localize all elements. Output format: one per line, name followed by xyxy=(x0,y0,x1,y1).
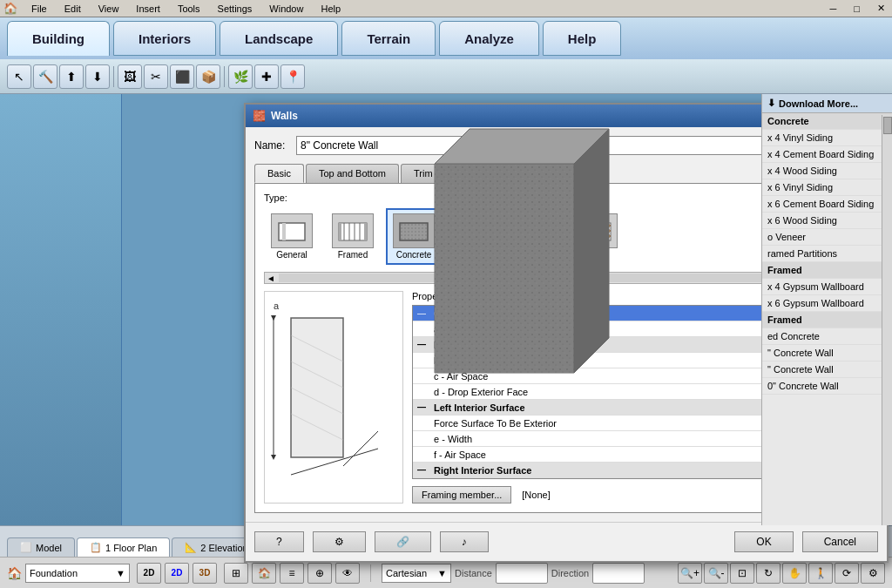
list-item-2[interactable]: x 4 Cement Board Siding xyxy=(762,146,892,163)
tab-landscape[interactable]: Landscape xyxy=(220,21,338,56)
zoom-out-button[interactable]: 🔍- xyxy=(704,563,728,584)
refresh-button[interactable]: ⟳ xyxy=(835,563,859,584)
toolbar-square[interactable]: ⬛ xyxy=(170,64,194,89)
list-item-9[interactable]: x 4 Gypsum Wallboard xyxy=(762,279,892,295)
svg-rect-2 xyxy=(339,223,367,240)
list-item-12[interactable]: " Concrete Wall xyxy=(762,345,892,362)
list-item-concrete-category[interactable]: Concrete xyxy=(762,113,892,130)
left-panel xyxy=(0,94,122,525)
toolbar-plant[interactable]: 🌿 xyxy=(228,64,253,89)
main-area: 🧱 Walls ✕ Name: Autoname ... Basic Top a… xyxy=(0,94,892,525)
floor-plan-icon-status: 🏠 xyxy=(7,566,22,580)
menu-help[interactable]: Help xyxy=(317,2,344,16)
help-button[interactable]: ? xyxy=(254,531,304,552)
rotate-button[interactable]: ↻ xyxy=(756,563,780,584)
direction-label: Direction xyxy=(551,568,589,578)
grid-button[interactable]: ⊞ xyxy=(224,563,248,584)
toolbar-up[interactable]: ⬆ xyxy=(59,64,84,89)
framing-member-button[interactable]: Framing member... xyxy=(412,486,511,504)
svg-rect-30 xyxy=(291,318,343,457)
list-item-framed2-category[interactable]: Framed xyxy=(762,312,892,328)
menu-window[interactable]: Window xyxy=(266,2,307,16)
list-item-7[interactable]: o Veneer xyxy=(762,229,892,246)
layers-button[interactable]: ≡ xyxy=(280,563,304,584)
distance-label: Distance xyxy=(455,568,492,578)
svg-rect-1 xyxy=(282,223,286,240)
snap-button[interactable]: ⊕ xyxy=(307,563,332,584)
tab-terrain[interactable]: Terrain xyxy=(341,21,436,56)
right-panel-header: ⬇ Download More... xyxy=(762,94,892,113)
window-close[interactable]: ✕ xyxy=(874,3,889,14)
list-item-3[interactable]: x 4 Wood Siding xyxy=(762,163,892,179)
general-label: General xyxy=(276,250,307,260)
eye-button[interactable]: 👁 xyxy=(335,563,360,584)
menu-tools[interactable]: Tools xyxy=(174,2,204,16)
type-framed[interactable]: Framed xyxy=(325,208,381,265)
separator2 xyxy=(224,66,225,87)
toolbar-package[interactable]: 📦 xyxy=(196,64,220,89)
dropdown-arrow: ▼ xyxy=(116,568,125,578)
menu-settings[interactable]: Settings xyxy=(214,2,256,16)
svg-rect-8 xyxy=(364,223,367,240)
menu-file[interactable]: File xyxy=(28,2,51,16)
list-item-6[interactable]: x 6 Wood Siding xyxy=(762,213,892,229)
tab-analyze[interactable]: Analyze xyxy=(439,21,539,56)
person-button[interactable]: 🚶 xyxy=(808,563,833,584)
right-scrollbar[interactable] xyxy=(882,115,892,525)
ok-button[interactable]: OK xyxy=(734,531,793,552)
toolbar-pin[interactable]: 📍 xyxy=(280,64,305,89)
link-button[interactable]: 🔗 xyxy=(375,531,431,552)
list-item-framed-category[interactable]: Framed xyxy=(762,262,892,279)
list-item-8[interactable]: ramed Partitions xyxy=(762,246,892,262)
list-item-10[interactable]: x 6 Gypsum Wallboard xyxy=(762,295,892,312)
direction-field[interactable] xyxy=(592,563,645,584)
coordinate-section: Cartesian ▼ Distance Direction xyxy=(382,563,645,584)
menu-insert[interactable]: Insert xyxy=(132,2,164,16)
toolbar-add[interactable]: ✚ xyxy=(254,64,279,89)
right-panel-list: Concrete x 4 Vinyl Siding x 4 Cement Boa… xyxy=(762,113,892,525)
tab-basic[interactable]: Basic xyxy=(254,164,304,183)
home-button[interactable]: 🏠 xyxy=(252,563,276,584)
right-tools: 🔍+ 🔍- ⊡ ↻ ✋ 🚶 ⟳ ⚙ xyxy=(678,563,885,584)
toolbar-image[interactable]: 🖼 xyxy=(118,64,142,89)
status-sep1 xyxy=(370,564,371,582)
cartesian-arrow: ▼ xyxy=(437,568,447,578)
settings2-button[interactable]: ⚙ xyxy=(861,563,885,584)
tab-interiors[interactable]: Interiors xyxy=(113,21,216,56)
type-general[interactable]: General xyxy=(264,208,320,265)
toolbar-cut[interactable]: ✂ xyxy=(144,64,168,89)
window-minimize[interactable]: ─ xyxy=(827,3,841,14)
list-item-13[interactable]: " Concrete Wall xyxy=(762,362,892,378)
hand-button[interactable]: ✋ xyxy=(782,563,807,584)
tab-floor-plan[interactable]: 📋 1 Floor Plan xyxy=(77,537,170,557)
dialog-buttons: ? ⚙ 🔗 ♪ OK Cancel xyxy=(246,522,887,561)
foundation-dropdown[interactable]: Foundation ▼ xyxy=(25,564,130,583)
cartesian-dropdown[interactable]: Cartesian ▼ xyxy=(382,564,451,583)
general-icon xyxy=(271,213,313,248)
fit-button[interactable]: ⊡ xyxy=(730,563,754,584)
list-item-11[interactable]: ed Concrete xyxy=(762,328,892,345)
toolbar-down[interactable]: ⬇ xyxy=(85,64,110,89)
center-area: 🧱 Walls ✕ Name: Autoname ... Basic Top a… xyxy=(122,94,761,525)
menu-edit[interactable]: Edit xyxy=(61,2,84,16)
view-2d-alt-button[interactable]: 2D xyxy=(165,563,189,584)
distance-field[interactable] xyxy=(496,563,548,584)
tab-model[interactable]: ⬜ Model xyxy=(7,537,75,557)
tab-help[interactable]: Help xyxy=(543,21,622,56)
separator xyxy=(113,66,114,87)
cancel-button[interactable]: Cancel xyxy=(802,531,878,552)
music-button[interactable]: ♪ xyxy=(440,531,489,552)
toolbar-select[interactable]: ↖ xyxy=(7,64,31,89)
list-item-4[interactable]: x 6 Vinyl Siding xyxy=(762,179,892,196)
toolbar-build[interactable]: 🔨 xyxy=(33,64,57,89)
list-item-5[interactable]: x 6 Cement Board Siding xyxy=(762,196,892,213)
zoom-in-button[interactable]: 🔍+ xyxy=(678,563,702,584)
view-2d-button[interactable]: 2D xyxy=(137,563,161,584)
window-maximize[interactable]: □ xyxy=(850,3,863,14)
menu-view[interactable]: View xyxy=(95,2,123,16)
list-item-14[interactable]: 0" Concrete Wall xyxy=(762,378,892,395)
list-item-1[interactable]: x 4 Vinyl Siding xyxy=(762,130,892,146)
view-3d-button[interactable]: 3D xyxy=(193,563,217,584)
tab-building[interactable]: Building xyxy=(7,21,110,56)
settings-button[interactable]: ⚙ xyxy=(313,531,366,552)
